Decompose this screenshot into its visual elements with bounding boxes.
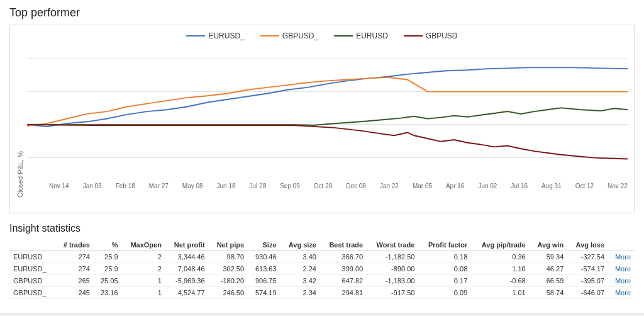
cell-symbol: EURUSD — [9, 251, 55, 263]
cell-symbol: EURUSD_ — [9, 263, 55, 275]
x-label: Nov 22 — [608, 183, 628, 189]
cell-avgpip: 1.10 — [471, 263, 529, 275]
cell-avgsize: 2.24 — [280, 263, 320, 275]
x-label: Jul 28 — [250, 183, 267, 189]
cell-maxopen: 1 — [122, 275, 165, 287]
cell-netpips: 98.70 — [209, 251, 248, 263]
x-label: Mar 27 — [149, 183, 169, 189]
col-netpips: Net pips — [209, 239, 248, 251]
cell-more-link[interactable]: More — [608, 287, 635, 299]
cell-symbol: GBPUSD — [9, 275, 55, 287]
col-avgsize: Avg size — [280, 239, 320, 251]
cell-trades: 245 — [55, 287, 94, 299]
legend-gbpusd-underscore: GBPUSD_ — [260, 31, 318, 40]
cell-size: 930.46 — [248, 251, 280, 263]
x-label: Dec 08 — [346, 183, 366, 189]
col-trades: # trades — [55, 239, 94, 251]
cell-more-link[interactable]: More — [608, 275, 635, 287]
x-label: May 08 — [182, 183, 203, 189]
x-label: Nov 14 — [49, 183, 69, 189]
legend-label-eurusd_: EURUSD_ — [208, 31, 244, 40]
cell-more-link[interactable]: More — [608, 263, 635, 275]
legend-label-eurusd: EURUSD — [356, 31, 388, 40]
cell-maxopen: 2 — [122, 251, 165, 263]
chart-inner: 100 50 0 -50 — [27, 47, 628, 198]
cell-avgwin: 59.34 — [530, 251, 568, 263]
table-row: EURUSD_27425.927,048.46302.50613.632.243… — [9, 263, 635, 275]
col-avgloss: Avg loss — [567, 239, 608, 251]
cell-worsttrade: -1,183.00 — [367, 275, 418, 287]
table-row: EURUSD27425.923,344.4698.70930.463.40366… — [9, 251, 635, 263]
cell-profitfactor: 0.08 — [418, 263, 471, 275]
cell-netprofit: 4,524.77 — [165, 287, 209, 299]
stats-title: Insight statistics — [9, 223, 635, 234]
cell-maxopen: 1 — [122, 287, 165, 299]
cell-avgpip: 0.36 — [471, 251, 529, 263]
cell-avgsize: 3.40 — [280, 251, 320, 263]
table-row: GBPUSD_24523.1614,524.77246.50574.192.34… — [9, 287, 635, 299]
col-more — [608, 239, 635, 251]
cell-trades: 274 — [55, 251, 94, 263]
stats-table: # trades % MaxOpen Net profit Net pips S… — [9, 239, 635, 299]
cell-besttrade: 366.70 — [320, 251, 367, 263]
cell-avgloss: -327.54 — [567, 251, 608, 263]
x-label: Jun 18 — [217, 183, 236, 189]
cell-profitfactor: 0.09 — [418, 287, 471, 299]
x-label: Feb 18 — [116, 183, 135, 189]
x-axis-labels: Nov 14 Jan 03 Feb 18 Mar 27 May 08 Jun 1… — [27, 181, 628, 189]
y-axis-label: Closed P&L, % — [16, 47, 24, 198]
col-netprofit: Net profit — [165, 239, 209, 251]
col-avgpip: Avg pip/trade — [471, 239, 529, 251]
cell-avgpip: -0.68 — [471, 275, 529, 287]
table-row: GBPUSD26525.051-5,969.36-180.20906.753.4… — [9, 275, 635, 287]
cell-avgloss: -646.07 — [567, 287, 608, 299]
col-pct: % — [94, 239, 122, 251]
cell-pct: 23.16 — [94, 287, 122, 299]
cell-trades: 265 — [55, 275, 94, 287]
cell-profitfactor: 0.18 — [418, 251, 471, 263]
cell-avgwin: 58.74 — [530, 287, 568, 299]
legend-label-gbpusd: GBPUSD — [426, 31, 458, 40]
x-label: Mar 05 — [413, 183, 432, 189]
x-label: Aug 31 — [541, 183, 562, 189]
x-label: Oct 20 — [314, 183, 332, 189]
col-size: Size — [248, 239, 280, 251]
cell-besttrade: 294.81 — [320, 287, 367, 299]
col-profitfactor: Profit factor — [418, 239, 471, 251]
x-label: Jan 03 — [83, 183, 102, 189]
cell-maxopen: 2 — [122, 263, 165, 275]
cell-netprofit: 3,344.46 — [165, 251, 209, 263]
footer-bar: Viewed: 11035 Broker: Turnkey Global Inc… — [0, 313, 644, 316]
cell-pct: 25.9 — [94, 251, 122, 263]
cell-trades: 274 — [55, 263, 94, 275]
x-label: Sep 09 — [280, 183, 300, 189]
col-avgwin: Avg win — [530, 239, 568, 251]
legend-eurusd-underscore: EURUSD_ — [186, 31, 244, 40]
cell-symbol: GBPUSD_ — [9, 287, 55, 299]
x-label: Jun 02 — [478, 183, 497, 189]
chart-legend: EURUSD_ GBPUSD_ EURUSD GBPUSD — [16, 31, 628, 40]
legend-gbpusd: GBPUSD — [404, 31, 458, 40]
table-header-row: # trades % MaxOpen Net profit Net pips S… — [9, 239, 635, 251]
chart-svg: 100 50 0 -50 — [27, 47, 628, 179]
col-worsttrade: Worst trade — [367, 239, 418, 251]
cell-size: 906.75 — [248, 275, 280, 287]
cell-worsttrade: -890.00 — [367, 263, 418, 275]
cell-more-link[interactable]: More — [608, 251, 635, 263]
col-symbol — [9, 239, 55, 251]
cell-pct: 25.9 — [94, 263, 122, 275]
cell-netpips: 302.50 — [209, 263, 248, 275]
cell-netprofit: 7,048.46 — [165, 263, 209, 275]
cell-pct: 25.05 — [94, 275, 122, 287]
cell-size: 613.63 — [248, 263, 280, 275]
x-label: Jan 22 — [380, 183, 399, 189]
chart-container: Closed P&L, % 100 50 0 -50 — [16, 47, 628, 198]
legend-eurusd: EURUSD — [334, 31, 388, 40]
page-title: Top performer — [9, 6, 635, 20]
cell-netpips: 246.50 — [209, 287, 248, 299]
cell-netprofit: -5,969.36 — [165, 275, 209, 287]
cell-avgwin: 46.27 — [530, 263, 568, 275]
cell-worsttrade: -1,182.50 — [367, 251, 418, 263]
cell-avgloss: -574.17 — [567, 263, 608, 275]
cell-avgpip: 1.01 — [471, 287, 529, 299]
